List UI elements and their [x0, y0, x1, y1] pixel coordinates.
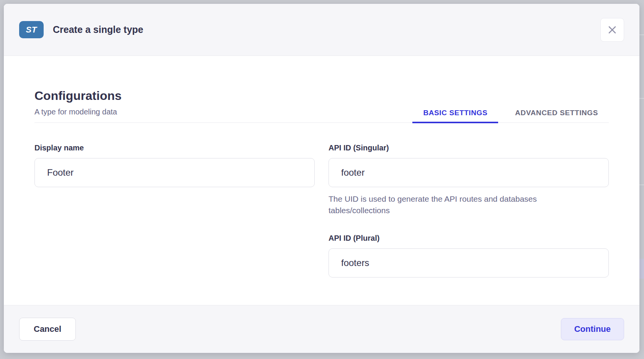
- dimmed-backdrop-row-divider: [639, 34, 644, 35]
- configurations-titles: Configurations A type for modeling data: [34, 88, 122, 122]
- display-name-input[interactable]: [34, 158, 315, 187]
- api-id-singular-label: API ID (Singular): [329, 143, 609, 153]
- form-column-right: API ID (Singular) The UID is used to gen…: [329, 143, 609, 277]
- dimmed-backdrop-row-divider: [639, 98, 644, 99]
- modal-body: Configurations A type for modeling data …: [4, 56, 639, 305]
- tab-advanced-settings[interactable]: ADVANCED SETTINGS: [504, 109, 609, 123]
- single-type-badge: ST: [19, 21, 44, 38]
- configurations-form: Display name API ID (Singular) The UID i…: [34, 143, 609, 277]
- modal-title: Create a single type: [53, 24, 143, 35]
- close-button[interactable]: [600, 18, 624, 42]
- form-column-left: Display name: [34, 143, 315, 277]
- tab-basic-settings[interactable]: BASIC SETTINGS: [412, 109, 498, 123]
- configurations-header: Configurations A type for modeling data …: [34, 88, 609, 123]
- dimmed-backdrop-row-divider: [639, 184, 644, 185]
- create-single-type-modal: ST Create a single type Configurations A…: [4, 4, 639, 353]
- api-id-singular-input[interactable]: [329, 158, 609, 187]
- settings-tabs: BASIC SETTINGS ADVANCED SETTINGS: [412, 109, 609, 122]
- dimmed-backdrop-highlight-band: [639, 259, 644, 279]
- cancel-button[interactable]: Cancel: [19, 318, 76, 341]
- api-id-plural-input[interactable]: [329, 248, 609, 277]
- continue-button[interactable]: Continue: [561, 318, 624, 340]
- section-subtitle: A type for modeling data: [34, 106, 122, 117]
- section-title: Configurations: [34, 88, 122, 103]
- api-id-singular-hint: The UID is used to generate the API rout…: [329, 193, 581, 216]
- close-icon: [607, 24, 618, 35]
- modal-header: ST Create a single type: [4, 4, 639, 56]
- api-id-plural-label: API ID (Plural): [329, 233, 609, 243]
- modal-footer: Cancel Continue: [4, 305, 639, 353]
- display-name-label: Display name: [34, 143, 315, 153]
